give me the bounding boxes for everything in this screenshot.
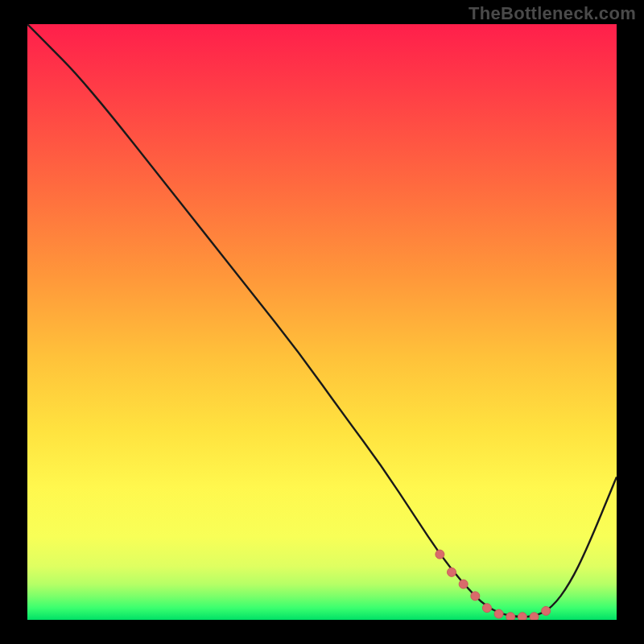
optimal-marker [542, 606, 551, 615]
optimal-marker [448, 568, 456, 576]
optimal-marker [506, 613, 515, 620]
optimal-marker [436, 550, 444, 559]
optimal-marker [530, 613, 539, 620]
optimal-marker [494, 609, 503, 618]
chart-frame: TheBottleneck.com [0, 0, 644, 644]
optimal-marker [471, 592, 480, 601]
optimal-marker [518, 613, 526, 620]
curve-line [27, 24, 617, 617]
bottleneck-curve [27, 24, 617, 620]
optimal-marker [482, 604, 491, 613]
watermark-text: TheBottleneck.com [469, 3, 636, 24]
optimal-marker [459, 580, 468, 588]
plot-area [27, 24, 617, 620]
